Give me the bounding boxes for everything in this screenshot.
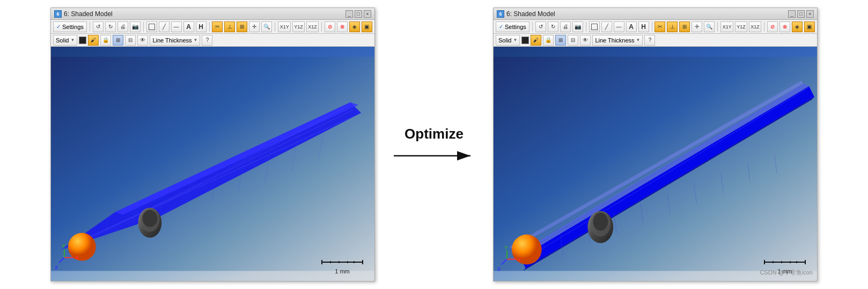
rsep2 bbox=[586, 22, 586, 32]
rsep1 bbox=[532, 22, 533, 32]
rect-icon-right bbox=[591, 24, 598, 30]
move-btn-right[interactable]: ✛ bbox=[692, 21, 702, 32]
textH-btn-right[interactable]: H bbox=[638, 21, 649, 32]
sep5 bbox=[321, 22, 322, 32]
right-window: 6 6: Shaded Model _ □ × ✓ Settings ↺ ↻ 🖨… bbox=[493, 8, 818, 281]
restore-btn-left[interactable]: □ bbox=[355, 10, 362, 18]
right-toolbar1: ✓ Settings ↺ ↻ 🖨 📷 ╱ — A H ✂ ⊥ ⊞ ✛ 🔍 X1Y… bbox=[494, 20, 817, 34]
settings-label-right: Settings bbox=[505, 24, 526, 30]
restore-btn-right[interactable]: □ bbox=[797, 10, 805, 18]
svg-point-19 bbox=[142, 210, 157, 227]
solid-dropdown-right[interactable]: Solid ▼ bbox=[496, 35, 520, 46]
sep1 bbox=[90, 22, 90, 32]
grid2-btn-left[interactable]: ⊟ bbox=[125, 35, 136, 46]
minimize-btn-left[interactable]: _ bbox=[345, 10, 353, 18]
camera-btn-left[interactable]: 📷 bbox=[130, 21, 141, 32]
rect-btn-right[interactable] bbox=[589, 21, 600, 32]
right-toolbar2: Solid ▼ 🖌 🔒 ⊞ ⊟ 👁 Line Thickness ▼ ? bbox=[494, 34, 817, 47]
yz-btn-right[interactable]: Y1Z bbox=[735, 21, 747, 32]
refresh2-btn-right[interactable]: ↻ bbox=[548, 21, 558, 32]
textA-btn-left[interactable]: A bbox=[183, 21, 194, 32]
dash-btn-right[interactable]: — bbox=[614, 21, 624, 32]
left-scale-text: 1 mm bbox=[335, 268, 350, 274]
textH-btn-left[interactable]: H bbox=[196, 21, 207, 32]
paint-btn-left[interactable]: 🖌 bbox=[88, 35, 99, 46]
left-window-title: 6: Shaded Model bbox=[64, 10, 113, 18]
print-btn-left[interactable]: 🖨 bbox=[117, 21, 128, 32]
scale-svg-right bbox=[763, 258, 806, 268]
refresh2-btn-left[interactable]: ↻ bbox=[105, 21, 116, 32]
help-btn-right[interactable]: ? bbox=[644, 35, 655, 46]
svg-text:Z: Z bbox=[497, 266, 501, 272]
xy-btn-left[interactable]: X1Y bbox=[278, 21, 291, 32]
rsep3 bbox=[652, 22, 652, 32]
minimize-btn-right[interactable]: _ bbox=[788, 10, 796, 18]
lock-btn-right[interactable]: 🔒 bbox=[543, 35, 554, 46]
refresh1-btn-left[interactable]: ↺ bbox=[93, 21, 104, 32]
color-swatch-right[interactable] bbox=[521, 37, 529, 44]
grid2-btn-right[interactable]: ⊟ bbox=[568, 35, 578, 46]
icon1-btn-right[interactable]: ◈ bbox=[792, 21, 803, 32]
refresh1-btn-right[interactable]: ↺ bbox=[535, 21, 546, 32]
solid-label-right: Solid bbox=[498, 37, 511, 44]
icon1-btn-left[interactable]: ◈ bbox=[349, 21, 360, 32]
zoom-btn-left[interactable]: 🔍 bbox=[261, 21, 272, 32]
xy-btn-right[interactable]: X1Y bbox=[720, 21, 733, 32]
dash-btn-left[interactable]: — bbox=[171, 21, 182, 32]
eye-btn-left[interactable]: 👁 bbox=[137, 35, 148, 46]
orient2-btn-left[interactable]: ⊞ bbox=[237, 21, 247, 32]
left-model-svg: X Y Z bbox=[51, 47, 374, 281]
right-title-bar: 6 6: Shaded Model _ □ × bbox=[494, 8, 817, 20]
orient-btn-left[interactable]: ⊥ bbox=[224, 21, 235, 32]
rect-icon-left bbox=[149, 24, 155, 30]
cancel-btn-right[interactable]: ⊗ bbox=[779, 21, 790, 32]
xz-btn-left[interactable]: X1Z bbox=[306, 21, 319, 32]
left-title-bar: 6 6: Shaded Model _ □ × bbox=[51, 8, 374, 20]
svg-text:Y: Y bbox=[62, 243, 65, 249]
grid1-btn-left[interactable]: ⊞ bbox=[113, 35, 123, 46]
xz-btn-right[interactable]: X1Z bbox=[749, 21, 761, 32]
move-btn-left[interactable]: ✛ bbox=[249, 21, 260, 32]
right-settings-btn[interactable]: ✓ Settings bbox=[496, 21, 529, 32]
help-btn-left[interactable]: ? bbox=[202, 35, 212, 46]
paint-btn-right[interactable]: 🖌 bbox=[531, 35, 541, 46]
grid1-btn-right[interactable]: ⊞ bbox=[555, 35, 566, 46]
svg-text:Y: Y bbox=[504, 244, 508, 250]
yz-btn-left[interactable]: Y1Z bbox=[292, 21, 305, 32]
center-area: Optimize bbox=[380, 126, 488, 164]
right-title-controls: _ □ × bbox=[788, 10, 814, 18]
svg-text:Z: Z bbox=[55, 264, 58, 270]
eye-btn-right[interactable]: 👁 bbox=[580, 35, 591, 46]
line-btn-right[interactable]: ╱ bbox=[601, 21, 612, 32]
orient-btn-right[interactable]: ⊥ bbox=[667, 21, 678, 32]
orient2-btn-right[interactable]: ⊞ bbox=[679, 21, 690, 32]
lock-btn-left[interactable]: 🔒 bbox=[100, 35, 111, 46]
zoom-btn-right[interactable]: 🔍 bbox=[704, 21, 715, 32]
line-thickness-btn-left[interactable]: Line Thickness ▼ bbox=[150, 35, 200, 46]
reset-btn-left[interactable]: ⊘ bbox=[325, 21, 335, 32]
reset-btn-right[interactable]: ⊘ bbox=[767, 21, 778, 32]
scissors-btn-right[interactable]: ✂ bbox=[654, 21, 665, 32]
scissors-btn-left[interactable]: ✂ bbox=[212, 21, 223, 32]
icon2-btn-right[interactable]: ▣ bbox=[804, 21, 815, 32]
rect-btn-left[interactable] bbox=[146, 21, 157, 32]
camera-btn-right[interactable]: 📷 bbox=[572, 21, 583, 32]
left-settings-btn[interactable]: ✓ Settings bbox=[53, 21, 87, 32]
scale-svg-left bbox=[321, 258, 364, 268]
line-thickness-btn-right[interactable]: Line Thickness ▼ bbox=[592, 35, 643, 46]
icon2-btn-left[interactable]: ▣ bbox=[362, 21, 372, 32]
solid-dropdown-left[interactable]: Solid ▼ bbox=[53, 35, 77, 46]
close-btn-left[interactable]: × bbox=[364, 10, 371, 18]
right-window-title: 6: Shaded Model bbox=[506, 10, 555, 18]
main-container: 6 6: Shaded Model _ □ × ✓ Settings ↺ ↻ 🖨… bbox=[0, 0, 868, 289]
close-btn-right[interactable]: × bbox=[806, 10, 814, 18]
sep4 bbox=[275, 22, 275, 32]
textA-btn-right[interactable]: A bbox=[626, 21, 637, 32]
cancel-btn-left[interactable]: ⊗ bbox=[337, 21, 348, 32]
svg-point-55 bbox=[593, 213, 608, 231]
left-scale-bar: 1 mm bbox=[321, 258, 364, 274]
line-btn-left[interactable]: ╱ bbox=[159, 21, 170, 32]
print-btn-right[interactable]: 🖨 bbox=[560, 21, 571, 32]
left-toolbar2: Solid ▼ 🖌 🔒 ⊞ ⊟ 👁 Line Thickness ▼ ? bbox=[51, 34, 374, 47]
color-swatch-left[interactable] bbox=[79, 37, 86, 44]
